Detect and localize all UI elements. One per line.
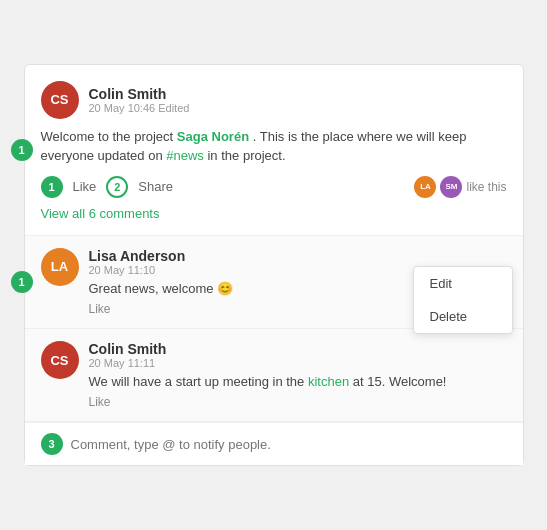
dropdown-edit[interactable]: Edit: [414, 267, 512, 300]
post-hashtag[interactable]: #news: [166, 148, 204, 163]
like-this-text: like this: [466, 180, 506, 194]
comments-section: 1 LA Lisa Anderson 20 May 11:10 Great ne…: [25, 236, 523, 422]
avatar-cs-2: CS: [41, 341, 79, 379]
post-meta: 20 May 10:46 Edited: [89, 102, 190, 114]
comment-like-1[interactable]: Like: [89, 302, 453, 316]
view-comments-link[interactable]: View all 6 comments: [41, 204, 507, 223]
comment2-text-before: We will have a start up meeting in the: [89, 374, 305, 389]
comment-input-row: 3: [25, 422, 523, 465]
dropdown-delete[interactable]: Delete: [414, 300, 512, 333]
step-badge-like: 1: [41, 176, 63, 198]
comment-dropdown-menu: Edit Delete: [413, 266, 513, 334]
comment-author-1: Lisa Anderson: [89, 248, 453, 264]
comment2-text-after: at 15. Welcome!: [353, 374, 447, 389]
comment-item-2: CS Colin Smith 20 May 11:11 We will have…: [25, 329, 523, 422]
post-author-name: Colin Smith: [89, 86, 190, 102]
likes-right: LA SM like this: [414, 176, 506, 198]
comment-meta-1: 20 May 11:10: [89, 264, 453, 276]
post-text-before: Welcome to the project: [41, 129, 174, 144]
comment-author-2: Colin Smith: [89, 341, 507, 357]
comment-header-2: CS Colin Smith 20 May 11:11 We will have…: [41, 341, 507, 409]
avatar-cs: CS: [41, 81, 79, 119]
comment-item-1: 1 LA Lisa Anderson 20 May 11:10 Great ne…: [25, 236, 523, 329]
post-text-end: in the project.: [207, 148, 285, 163]
step-badge-3: 3: [41, 433, 63, 455]
share-button[interactable]: Share: [134, 177, 177, 196]
like-button[interactable]: Like: [69, 177, 101, 196]
post-user-info: Colin Smith 20 May 10:46 Edited: [89, 86, 190, 114]
post-section: 1 CS Colin Smith 20 May 10:46 Edited Wel…: [25, 65, 523, 236]
liker-avatar-sm: SM: [440, 176, 462, 198]
liker-avatar-la: LA: [414, 176, 436, 198]
post-card: 1 CS Colin Smith 20 May 10:46 Edited Wel…: [24, 64, 524, 466]
step-badge-1: 1: [11, 139, 33, 161]
post-highlight: Saga Norén: [177, 129, 249, 144]
comment-meta-2: 20 May 11:11: [89, 357, 507, 369]
comment-like-2[interactable]: Like: [89, 395, 507, 409]
step-badge-comment-1: 1: [11, 271, 33, 293]
step-badge-share: 2: [106, 176, 128, 198]
comment-body-1: Lisa Anderson 20 May 11:10 Great news, w…: [89, 248, 453, 316]
post-author-row: CS Colin Smith 20 May 10:46 Edited: [41, 81, 507, 119]
post-text: Welcome to the project Saga Norén . This…: [41, 127, 507, 166]
post-actions-row: 1 Like 2 Share LA SM like this: [41, 176, 507, 198]
avatar-la: LA: [41, 248, 79, 286]
comment-header-1: LA Lisa Anderson 20 May 11:10 Great news…: [41, 248, 453, 316]
comment-text-2: We will have a start up meeting in the k…: [89, 373, 507, 391]
comment2-link[interactable]: kitchen: [308, 374, 349, 389]
comment-body-2: Colin Smith 20 May 11:11 We will have a …: [89, 341, 507, 409]
comment-text-1: Great news, welcome 😊: [89, 280, 453, 298]
comment-input[interactable]: [71, 437, 507, 452]
